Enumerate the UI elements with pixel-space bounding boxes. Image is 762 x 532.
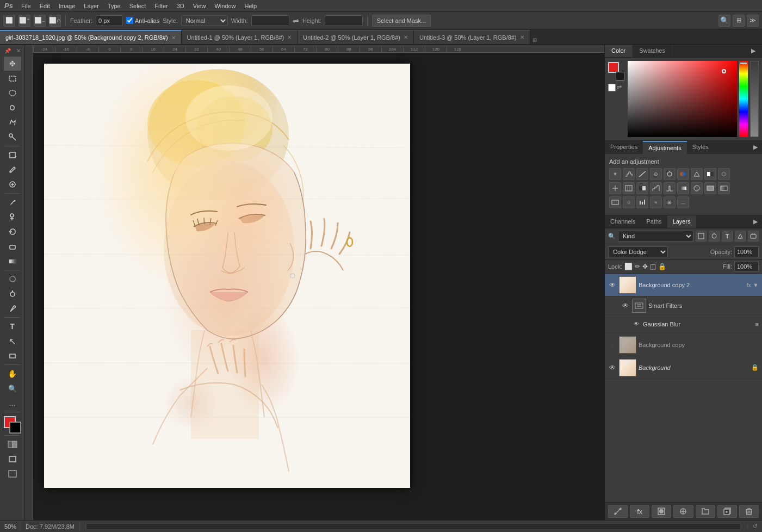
quick-mask-btn[interactable] — [4, 437, 21, 451]
layer-bg-copy-2[interactable]: 👁 Background copy 2 fx ▼ — [605, 274, 762, 296]
color-lookup-adj[interactable] — [623, 182, 635, 194]
filter-type-btn[interactable]: T — [722, 231, 733, 242]
layers-panel-menu-btn[interactable]: ▶ — [749, 215, 762, 228]
screen-mode-btn[interactable] — [4, 452, 21, 466]
delete-layer-btn[interactable] — [739, 505, 759, 518]
pattern-fill[interactable] — [609, 196, 621, 208]
tab-swatches[interactable]: Swatches — [633, 45, 672, 57]
polygon-lasso-tool[interactable] — [4, 115, 21, 129]
color-balance-adj[interactable] — [691, 168, 703, 180]
lock-position-icon[interactable]: ✥ — [642, 263, 648, 270]
curves-adj[interactable] — [636, 168, 648, 180]
toolbar-pin-btn[interactable]: 📌 — [2, 47, 13, 55]
path-selection-tool[interactable]: ↖ — [4, 334, 21, 348]
new-group-btn[interactable] — [696, 505, 715, 518]
layer-gaussian-blur[interactable]: 👁 Gaussian Blur ≡ — [605, 315, 762, 333]
feather-input[interactable] — [96, 15, 123, 26]
tab-2[interactable]: Untitled-2 @ 50% (Layer 1, RGB/8#) ✕ — [298, 30, 414, 44]
layer-visibility-0[interactable]: 👁 — [608, 281, 617, 289]
channel-mixer-adj[interactable] — [609, 182, 621, 194]
menu-3d[interactable]: 3D — [173, 2, 188, 10]
eyedropper-tool[interactable] — [4, 163, 21, 177]
tab-0[interactable]: girl-3033718_1920.jpg @ 50% (Background … — [0, 30, 182, 44]
anti-alias-checkbox[interactable] — [126, 17, 133, 24]
style-select[interactable]: Normal Fixed Ratio Fixed Size — [181, 15, 228, 26]
arrange-windows-btn[interactable]: ⊞ — [733, 15, 745, 27]
move-tool[interactable]: ✥ — [4, 57, 21, 71]
artboard-btn[interactable] — [4, 467, 21, 481]
hue-saturation-adj[interactable] — [677, 168, 689, 180]
lock-all-icon[interactable]: 🔒 — [658, 263, 666, 270]
text-tool[interactable]: T — [4, 319, 21, 333]
filter-type-select[interactable]: Kind Name Effect Mode Attribute Color Sm… — [618, 231, 693, 242]
alpha-slider[interactable] — [750, 61, 759, 137]
brightness-adj2[interactable]: ☼ — [623, 196, 635, 208]
blur-tool[interactable] — [4, 272, 21, 286]
photo-filter-adj[interactable]: ⬡ — [718, 168, 730, 180]
menu-help[interactable]: Help — [241, 2, 261, 10]
filter-pixel-btn[interactable] — [696, 231, 707, 242]
subtract-selection-btn[interactable]: ⬜₋ — [34, 15, 46, 27]
black-white-adj[interactable] — [704, 168, 716, 180]
layer-background[interactable]: 👁 Background 🔒 — [605, 356, 762, 379]
more-tools-btn[interactable]: … — [4, 396, 21, 410]
menu-window[interactable]: Window — [210, 2, 239, 10]
solid-color-fill[interactable] — [704, 182, 716, 194]
add-style-btn[interactable]: fx — [630, 505, 649, 518]
tab-styles[interactable]: Styles — [687, 141, 714, 154]
filter-shape-btn[interactable] — [735, 231, 746, 242]
menu-edit[interactable]: Edit — [36, 2, 54, 10]
brush-tool[interactable] — [4, 195, 21, 209]
link-layers-btn[interactable] — [608, 505, 628, 518]
lock-image-icon[interactable]: ✏ — [635, 263, 640, 270]
tab-adjustments[interactable]: Adjustments — [643, 141, 687, 154]
background-color-swatch[interactable] — [9, 422, 21, 434]
tab-properties[interactable]: Properties — [605, 141, 643, 154]
levels-adj2[interactable] — [636, 196, 648, 208]
height-input[interactable] — [325, 15, 363, 26]
more-adj[interactable]: … — [677, 196, 689, 208]
layer-visibility-2[interactable]: 👁 — [608, 363, 617, 372]
shape-tool[interactable] — [4, 349, 21, 363]
posterize-adj[interactable] — [650, 182, 662, 194]
add-selection-btn[interactable]: ⬜⁺ — [18, 15, 30, 27]
layer-visibility-1[interactable]: ○ — [608, 341, 617, 349]
blend-mode-select[interactable]: Color Dodge Normal Dissolve Multiply Scr… — [608, 246, 668, 257]
menu-filter[interactable]: Filter — [151, 2, 171, 10]
hue-slider[interactable] — [739, 61, 748, 137]
menu-file[interactable]: File — [17, 2, 35, 10]
fill-input[interactable] — [734, 262, 759, 271]
menu-view[interactable]: View — [189, 2, 210, 10]
toolbar-close-btn[interactable]: ✕ — [14, 47, 23, 55]
gradient-map-adj[interactable] — [677, 182, 689, 194]
magic-wand-tool[interactable] — [4, 130, 21, 144]
filter-smart-btn[interactable] — [748, 231, 759, 242]
layer-visibility-gb[interactable]: 👁 — [632, 320, 641, 329]
swap-colors-btn[interactable]: ⇌ — [617, 84, 622, 91]
tab-2-close[interactable]: ✕ — [404, 34, 408, 40]
hand-tool[interactable]: ✋ — [4, 367, 21, 381]
filter-adj-btn[interactable] — [709, 231, 720, 242]
tab-3[interactable]: Untitled-3 @ 50% (Layer 1, RGB/8#) ✕ — [414, 30, 530, 44]
search-btn[interactable]: 🔍 — [718, 15, 730, 27]
lock-transparent-icon[interactable]: ⬜ — [624, 263, 633, 270]
menu-select[interactable]: Select — [126, 2, 150, 10]
history-brush-tool[interactable] — [4, 225, 21, 239]
crop-tool[interactable] — [4, 148, 21, 162]
eraser-tool[interactable] — [4, 239, 21, 253]
layer-visibility-sf[interactable]: 👁 — [621, 301, 630, 310]
new-selection-btn[interactable]: ⬜ — [3, 15, 15, 27]
layer-bg-copy[interactable]: ○ Background copy — [605, 333, 762, 356]
lasso-tool[interactable] — [4, 101, 21, 115]
lock-artboard-icon[interactable]: ◫ — [650, 263, 656, 270]
status-scrollbar[interactable] — [86, 523, 741, 530]
brightness-contrast-adj[interactable]: ☀ — [609, 168, 621, 180]
width-input[interactable] — [251, 15, 289, 26]
new-layer-btn[interactable] — [717, 505, 737, 518]
tab-1-close[interactable]: ✕ — [287, 34, 292, 40]
intersect-selection-btn[interactable]: ⬜∩ — [49, 15, 61, 27]
layer-blend-icon-gb[interactable]: ≡ — [755, 321, 759, 327]
tab-paths[interactable]: Paths — [641, 215, 667, 228]
tab-1[interactable]: Untitled-1 @ 50% (Layer 1, RGB/8#) ✕ — [182, 30, 298, 44]
color-spectrum[interactable] — [628, 61, 737, 137]
